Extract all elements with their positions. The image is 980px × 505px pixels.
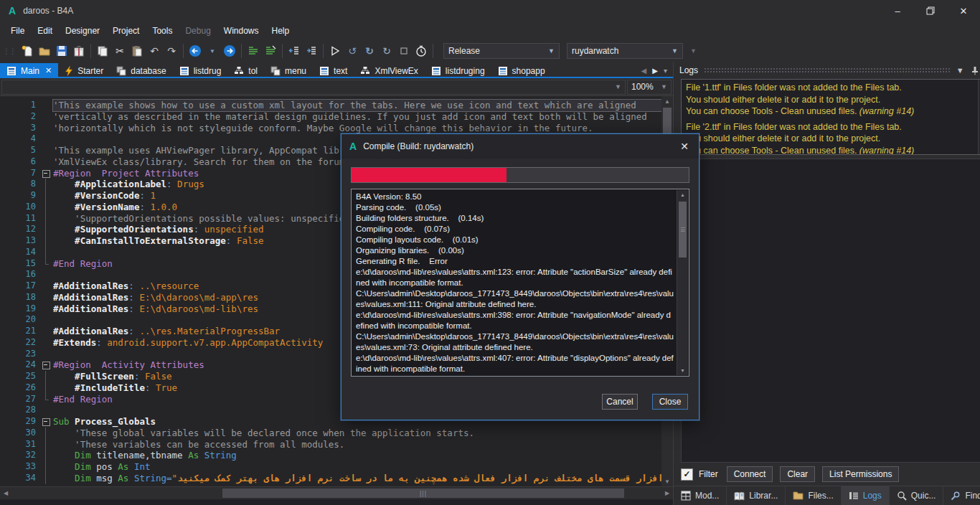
open-project-icon[interactable] [36,42,53,60]
editor-horizontal-scrollbar[interactable]: ◀ ||| ▶ [0,486,673,499]
back-history-dropdown-icon[interactable]: ▼ [204,42,221,60]
menu-project[interactable]: Project [106,23,146,39]
scroll-up-icon[interactable]: ▲ [677,190,688,199]
tab-scroll-right-icon[interactable]: ▶ [652,67,658,75]
fold-collapse-icon[interactable] [42,170,50,178]
cancel-button[interactable]: Cancel [602,394,638,410]
fold-collapse-icon[interactable] [42,418,50,426]
indent-decrease-icon[interactable] [286,42,303,60]
connect-device-icon[interactable]: ↻ [361,42,378,60]
menu-designer[interactable]: Designer [59,23,106,39]
compile-log-scrollbar[interactable]: ▲ ☰ ▼ [677,190,688,375]
compile-log[interactable]: B4A Version: 8.50Parsing code. (0.05s)Bu… [351,189,689,377]
close-button[interactable]: ✕ [947,0,980,22]
sub-selector-dropdown[interactable]: ▼ [1,80,626,95]
connect-bridge-icon[interactable]: ↺ [344,42,361,60]
dialog-title-bar[interactable]: A Compile (Build: ruydarwatch) ✕ [341,134,699,159]
fold-guide [45,224,46,235]
redo-icon[interactable]: ↷ [163,42,180,60]
uncomment-code-icon[interactable] [262,42,279,60]
scroll-right-icon[interactable]: ▶ [661,487,673,499]
logs-warning-list[interactable]: File '1.ttf' in Files folder was not add… [681,79,980,155]
close-button[interactable]: Close [652,394,688,410]
tab-scroll-left-icon[interactable]: ◀ [641,67,647,75]
bottom-tab-find[interactable]: Find... [943,486,980,505]
navigate-back-icon[interactable] [187,42,204,60]
copy-icon[interactable] [94,42,111,60]
connect-wireless-icon[interactable]: ↻ [378,42,395,60]
code-line: 33 Dim pos As Int [0,461,673,473]
tab-shopapp[interactable]: shopapp [491,63,552,78]
export-zip-icon[interactable] [70,42,88,60]
menu-edit[interactable]: Edit [31,23,59,39]
connect-button[interactable]: Connect [727,466,773,482]
tab-tol[interactable]: tol [227,63,264,78]
tab-text[interactable]: text [313,63,354,78]
scroll-up-icon[interactable]: ▲ [661,96,673,106]
tab-list-icon[interactable]: ▾ [664,67,667,75]
dialog-close-icon[interactable]: ✕ [670,141,699,152]
toolbar-separator [433,44,433,58]
bottom-tab-logs[interactable]: Logs [842,486,890,505]
logs-output-area[interactable] [681,159,980,463]
fold-guide [45,371,46,382]
toolbar-overflow-icon[interactable]: ▼ [690,47,697,55]
bottom-tab-quick-search[interactable]: Quic... [890,486,944,505]
scroll-down-icon[interactable]: ▼ [677,366,688,375]
tab-main[interactable]: Main✕ [0,63,58,78]
filter-checkbox[interactable]: ✓ [681,468,693,481]
class-icon [270,66,281,76]
build-timer-icon[interactable] [413,42,430,60]
scroll-left-icon[interactable]: ◀ [0,487,11,499]
menu-windows[interactable]: Windows [217,23,265,39]
code-line: 1'This example shows how to use a custom… [0,100,673,111]
cut-icon[interactable]: ✂ [111,42,128,60]
menu-help[interactable]: Help [265,23,296,39]
close-tab-icon[interactable]: ✕ [45,66,52,75]
build-configuration-select[interactable]: Release ▼ [443,43,560,59]
fold-column [42,258,53,270]
build-configuration-value: Release [448,46,480,56]
tab-menu[interactable]: menu [264,63,313,78]
module-select[interactable]: ruydarwatch ▼ [567,43,683,59]
editor-zoom-dropdown[interactable]: 100% ▼ [627,80,672,95]
files-icon [793,491,804,500]
comment-code-icon[interactable] [245,42,262,60]
list-permissions-button[interactable]: List Permissions [822,466,899,482]
restore-button[interactable] [914,0,947,22]
log-warning-line: File '2.ttf' in Files folder was not add… [682,121,980,133]
log-warning-line: You can choose Tools - Clean unused file… [682,145,980,156]
scrollbar-thumb[interactable]: ☰ [679,202,687,258]
minimize-button[interactable]: – [881,0,914,22]
line-number: 15 [0,258,42,270]
line-number: 3 [0,123,42,134]
tab-database[interactable]: database [110,63,172,78]
line-number: 7 [0,168,42,179]
undo-icon[interactable]: ↶ [146,42,163,60]
scrollbar-thumb[interactable]: ||| [222,489,624,498]
bottom-tab-modules[interactable]: Mod... [674,486,727,505]
line-number: 32 [0,450,42,461]
scroll-down-icon[interactable]: ▼ [661,476,673,486]
paste-icon[interactable] [128,42,146,60]
menu-tools[interactable]: Tools [146,23,179,39]
fold-collapse-icon[interactable] [42,362,50,369]
class-icon [116,66,126,76]
tab-starter[interactable]: Starter [58,63,110,78]
tab-listdrug[interactable]: listdrug [173,63,228,78]
compile-dialog: A Compile (Build: ruydarwatch) ✕ B4A Ver… [341,133,699,420]
save-icon[interactable] [53,42,70,60]
navigate-forward-icon[interactable] [221,42,238,60]
clear-button[interactable]: Clear [780,466,815,482]
bottom-tab-libraries[interactable]: Librar... [727,486,786,505]
tab-xmlviewex[interactable]: XmlViewEx [354,63,424,78]
new-project-icon[interactable] [19,42,36,60]
bottom-tab-files[interactable]: Files... [786,486,841,505]
stop-icon[interactable] [395,42,413,60]
indent-increase-icon[interactable] [303,42,320,60]
tab-listdruging[interactable]: listdruging [425,63,491,78]
menu-file[interactable]: File [4,23,31,39]
pin-icon[interactable] [970,66,979,75]
run-icon[interactable] [326,42,344,60]
panel-menu-chevron-icon[interactable]: ▼ [956,66,964,75]
